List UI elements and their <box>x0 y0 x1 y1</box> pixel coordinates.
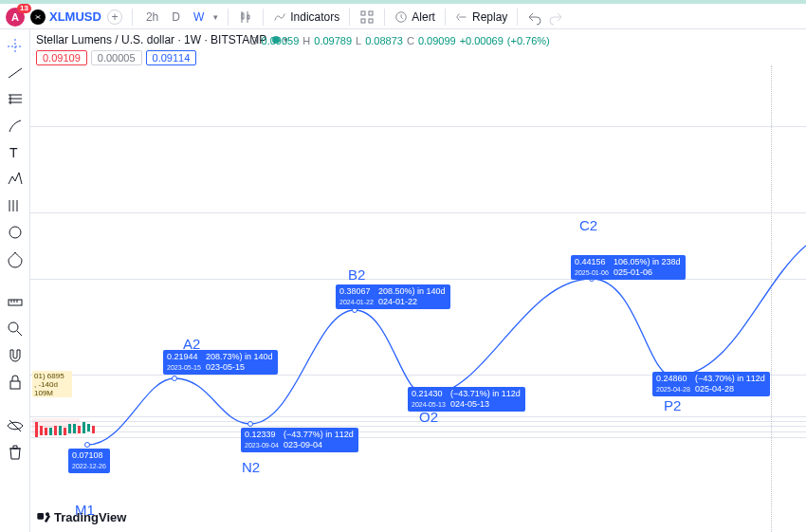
tf-2h[interactable]: 2h <box>142 9 162 26</box>
chart-canvas[interactable]: 01) 6895 , -140d 109M <box>30 65 806 532</box>
node-n2[interactable]: 0.123392023-09-04 <box>241 428 283 452</box>
node-o2-side[interactable]: (−43.71%) in 112d024-05-13 <box>446 387 525 412</box>
side-info: 01) 6895 , -140d 109M <box>32 371 72 397</box>
bid-pill: 0.09109 <box>36 50 87 65</box>
indicators-button[interactable]: Indicators <box>273 10 339 24</box>
fib-tool-icon[interactable] <box>6 90 25 109</box>
alert-icon <box>394 10 408 24</box>
replay-button[interactable]: Replay <box>455 10 507 24</box>
separator <box>445 9 446 26</box>
brand-text: TradingView <box>54 510 126 524</box>
ohlc-readout: O0.09059 H0.09789 L0.08873 C0.09099 +0.0… <box>249 35 550 46</box>
candles-icon[interactable] <box>238 9 253 25</box>
label-c2: C2 <box>579 217 597 233</box>
tv-logo-icon <box>36 509 51 524</box>
node-p2[interactable]: 0.248602025-04-28 <box>652 372 694 396</box>
svg-rect-10 <box>10 381 20 389</box>
tf-w[interactable]: W <box>190 9 208 26</box>
left-toolbar: T <box>0 29 30 532</box>
gridline <box>30 279 806 280</box>
tf-more-icon[interactable]: ▾ <box>213 12 218 22</box>
gridline <box>30 416 806 417</box>
trendline-tool-icon[interactable] <box>6 64 25 83</box>
svg-point-9 <box>9 322 18 332</box>
separator <box>263 9 264 26</box>
favorite-tool-icon[interactable] <box>6 249 25 268</box>
svg-text:T: T <box>9 145 18 160</box>
node-n2-side[interactable]: (−43.77%) in 112d023-09-04 <box>279 428 358 452</box>
separator <box>132 9 133 26</box>
node-b2[interactable]: 0.380672024-01-22 <box>336 284 377 309</box>
measure-tool-icon[interactable] <box>6 223 25 242</box>
top-toolbar: A 13 XLMUSD + 2h D W ▾ Indicators Alert … <box>0 5 806 29</box>
gridline <box>30 126 806 127</box>
symbol-text: XLMUSD <box>49 9 101 24</box>
node-a2-side[interactable]: 208.73%) in 140d023-05-15 <box>201 350 278 375</box>
svg-rect-3 <box>361 19 365 23</box>
svg-point-7 <box>9 227 21 238</box>
separator <box>228 9 229 26</box>
lock-icon[interactable] <box>6 373 25 392</box>
text-tool-icon[interactable]: T <box>6 143 25 162</box>
svg-rect-4 <box>369 19 373 23</box>
chart-area[interactable]: Stellar Lumens / U.S. dollar · 1W · BITS… <box>30 29 806 532</box>
node-o2[interactable]: 0.214302024-05-13 <box>408 387 449 412</box>
price-candles <box>35 426 97 443</box>
avatar-badge: 13 <box>17 4 31 13</box>
alert-button[interactable]: Alert <box>394 10 435 24</box>
svg-rect-2 <box>369 11 373 15</box>
label-b2: B2 <box>348 266 365 283</box>
grid-icon[interactable] <box>359 9 375 25</box>
gridline <box>30 431 806 432</box>
zoom-icon[interactable] <box>6 320 25 339</box>
gridline <box>30 421 806 422</box>
symbol-icon <box>30 9 46 25</box>
tradingview-logo[interactable]: TradingView <box>36 509 126 524</box>
ask-pill: 0.09114 <box>146 50 197 65</box>
redo-icon[interactable] <box>548 9 563 25</box>
gridline <box>30 437 806 438</box>
separator <box>349 9 350 26</box>
avatar[interactable]: A 13 <box>6 8 25 27</box>
svg-rect-1 <box>361 11 365 15</box>
point-n2[interactable] <box>247 421 253 427</box>
replay-icon <box>455 10 468 24</box>
tf-d[interactable]: D <box>168 9 184 26</box>
node-m1[interactable]: 0.071082022-12-26 <box>68 449 110 473</box>
node-a2[interactable]: 0.219442023-05-15 <box>163 350 205 375</box>
pattern-tool-icon[interactable] <box>6 170 25 189</box>
undo-icon[interactable] <box>527 9 542 25</box>
node-b2-side[interactable]: 208.50%) in 140d024-01-22 <box>374 284 450 309</box>
ruler-icon[interactable] <box>6 293 25 312</box>
point-a2[interactable] <box>172 376 177 381</box>
accent-bar <box>0 0 806 4</box>
separator <box>517 9 518 26</box>
spread-pill: 0.00005 <box>91 50 142 65</box>
avatar-letter: A <box>11 11 19 23</box>
session-break-line <box>771 65 772 532</box>
trash-icon[interactable] <box>6 443 25 462</box>
indicators-icon <box>273 10 286 24</box>
cursor-tool-icon[interactable] <box>6 37 25 56</box>
node-c2-side[interactable]: 106.05%) in 238d025-01-06 <box>609 255 686 280</box>
node-p2-side[interactable]: (−43.70%) in 112d025-04-28 <box>690 372 770 396</box>
gridline <box>30 212 806 213</box>
separator <box>384 9 385 26</box>
point-m1[interactable] <box>84 442 90 448</box>
forecast-tool-icon[interactable] <box>6 196 25 215</box>
label-p2: P2 <box>664 397 681 413</box>
brush-tool-icon[interactable] <box>6 117 25 136</box>
magnet-icon[interactable] <box>6 346 25 365</box>
gridline <box>30 426 806 427</box>
add-symbol-button[interactable]: + <box>107 9 122 25</box>
label-n2: N2 <box>242 459 260 475</box>
svg-rect-8 <box>9 300 22 305</box>
node-c2[interactable]: 0.441562025-01-06 <box>571 255 613 280</box>
symbol-picker[interactable]: XLMUSD <box>30 9 101 25</box>
svg-rect-11 <box>37 513 44 520</box>
chart-title: Stellar Lumens / U.S. dollar · 1W · BITS… <box>36 33 266 46</box>
hide-icon[interactable] <box>6 416 25 435</box>
chart-header: Stellar Lumens / U.S. dollar · 1W · BITS… <box>36 33 800 65</box>
